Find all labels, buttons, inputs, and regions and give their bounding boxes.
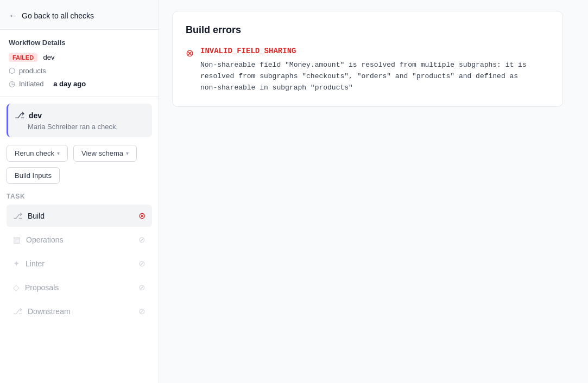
error-circle-icon: ⊗ (186, 47, 194, 59)
initiated-meta: ◷ Initiated a day ago (9, 79, 150, 88)
product-name: products (19, 67, 46, 75)
error-panel: Build errors ⊗ INVALID_FIELD_SHARING Non… (172, 11, 563, 107)
initiated-value: a day ago (53, 80, 86, 88)
clock-icon: ◷ (9, 79, 15, 88)
build-error-icon: ⊗ (138, 210, 146, 221)
workflow-details-title: Workflow Details (9, 39, 150, 47)
build-inputs-button[interactable]: Build Inputs (7, 167, 60, 184)
task-item-downstream[interactable]: ⎇ Downstream ⊘ (7, 301, 152, 322)
check-card-header: ⎇ dev (15, 110, 146, 120)
rerun-check-button[interactable]: Rerun check ▾ (7, 145, 68, 162)
error-item: ⊗ INVALID_FIELD_SHARING Non-shareable fi… (186, 47, 549, 93)
task-section-title: Task (7, 193, 152, 200)
rerun-check-label: Rerun check (15, 149, 54, 157)
error-code: INVALID_FIELD_SHARING (200, 47, 527, 55)
proposals-skip-icon: ⊘ (138, 283, 146, 292)
task-section: Task ⎇ Build ⊗ ▤ Operations ⊘ ✦ Linter ⊘ (0, 184, 159, 329)
workflow-details-section: Workflow Details FAILED dev ⬡ products ◷… (0, 30, 159, 97)
downstream-task-icon: ⎇ (13, 307, 22, 316)
back-link[interactable]: ← Go back to all checks (0, 0, 159, 30)
operations-skip-icon: ⊘ (138, 235, 146, 245)
error-message: Non-shareable field "Money.amount" is re… (200, 60, 527, 93)
sidebar: ← Go back to all checks Workflow Details… (0, 0, 159, 383)
status-badge: FAILED (9, 53, 37, 62)
check-card-name: dev (29, 111, 42, 120)
proposals-task-icon: ◇ (13, 283, 20, 292)
task-item-proposals[interactable]: ◇ Proposals ⊘ (7, 277, 152, 298)
initiated-label: Initiated (19, 80, 44, 88)
action-buttons-row: Rerun check ▾ View schema ▾ Build Inputs (0, 137, 159, 184)
linter-skip-icon: ⊘ (138, 259, 146, 269)
check-card[interactable]: ⎇ dev Maria Schreiber ran a check. (7, 104, 152, 137)
main-content: Build errors ⊗ INVALID_FIELD_SHARING Non… (159, 0, 588, 383)
back-arrow-icon: ← (9, 11, 17, 21)
check-card-icon: ⎇ (15, 110, 24, 120)
task-item-downstream-label: Downstream (28, 307, 71, 316)
rerun-caret-icon: ▾ (57, 150, 60, 156)
task-item-linter-left: ✦ Linter (13, 259, 45, 269)
view-schema-button[interactable]: View schema ▾ (73, 145, 137, 162)
product-meta: ⬡ products (9, 66, 150, 75)
task-item-linter[interactable]: ✦ Linter ⊘ (7, 253, 152, 275)
operations-task-icon: ▤ (13, 235, 21, 245)
build-inputs-label: Build Inputs (15, 171, 52, 180)
task-item-linter-label: Linter (26, 259, 45, 268)
downstream-skip-icon: ⊘ (138, 307, 146, 316)
task-item-operations-left: ▤ Operations (13, 235, 63, 245)
box-icon: ⬡ (9, 66, 15, 75)
error-panel-title: Build errors (186, 24, 549, 36)
task-item-operations[interactable]: ▤ Operations ⊘ (7, 229, 152, 251)
error-content: INVALID_FIELD_SHARING Non-shareable fiel… (200, 47, 527, 93)
task-item-operations-label: Operations (26, 235, 63, 244)
task-item-build[interactable]: ⎇ Build ⊗ (7, 205, 152, 227)
check-card-description: Maria Schreiber ran a check. (15, 123, 146, 131)
status-env-row: FAILED dev (9, 52, 150, 62)
task-item-downstream-left: ⎇ Downstream (13, 307, 71, 316)
view-schema-label: View schema (81, 149, 123, 157)
task-item-proposals-left: ◇ Proposals (13, 283, 59, 292)
task-item-build-label: Build (28, 212, 45, 220)
back-link-label: Go back to all checks (22, 11, 94, 20)
task-item-build-left: ⎇ Build (13, 211, 45, 221)
env-name: dev (43, 53, 55, 61)
schema-caret-icon: ▾ (126, 150, 129, 156)
task-item-proposals-label: Proposals (25, 283, 59, 292)
linter-task-icon: ✦ (13, 259, 20, 269)
build-task-icon: ⎇ (13, 211, 22, 221)
